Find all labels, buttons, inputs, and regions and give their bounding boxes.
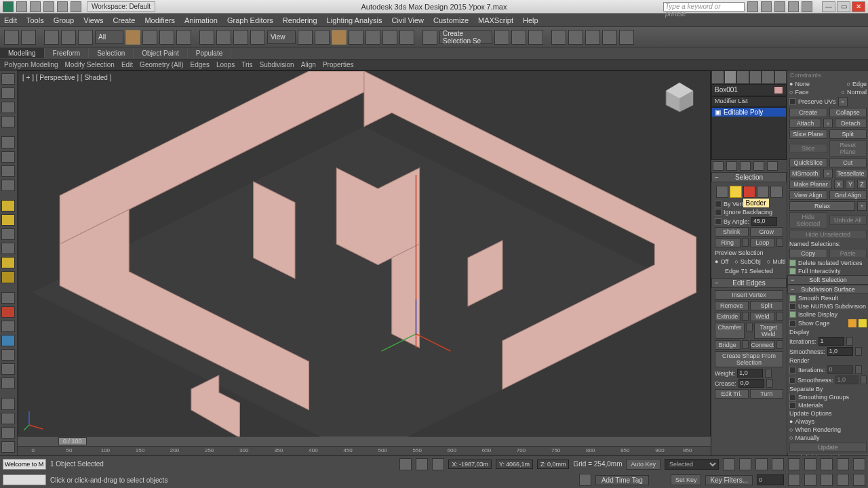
nav-zoom-icon[interactable]: [804, 458, 816, 470]
viewport-perspective[interactable]: [ + ] [ Perspective ] [ Shaded ]: [18, 70, 711, 436]
lt-btn-18[interactable]: [1, 335, 15, 346]
minimize-button[interactable]: —: [822, 1, 835, 12]
manipulate-button[interactable]: [315, 30, 330, 45]
bridge-button[interactable]: Bridge: [715, 340, 741, 350]
menu-create[interactable]: Create: [113, 16, 135, 24]
by-vertex-checkbox[interactable]: [715, 201, 722, 207]
play-prev-icon[interactable]: [739, 458, 751, 470]
lt-btn-24[interactable]: [1, 427, 15, 439]
menu-graph-editors[interactable]: Graph Editors: [227, 16, 273, 24]
menu-group[interactable]: Group: [54, 16, 75, 24]
play-start-icon[interactable]: [723, 458, 735, 470]
select-name-button[interactable]: [142, 30, 157, 45]
lt-btn-25[interactable]: [1, 441, 15, 453]
nav-orbit-icon[interactable]: [837, 474, 849, 486]
render-iter-spinner[interactable]: 0: [827, 365, 853, 374]
lt-btn-21[interactable]: [1, 378, 15, 389]
time-tag-icon[interactable]: [579, 474, 591, 486]
connect-button[interactable]: Connect: [750, 340, 776, 350]
preview-multi-radio[interactable]: Multi: [772, 258, 785, 265]
set-key-button[interactable]: Set Key: [671, 474, 702, 485]
open-icon[interactable]: [30, 1, 41, 12]
msmooth-button[interactable]: MSmooth: [789, 169, 821, 178]
help-search-input[interactable]: Type a keyword or phrase: [663, 2, 745, 12]
help-icon[interactable]: [802, 1, 812, 12]
extrude-button[interactable]: Extrude: [715, 312, 741, 321]
ribbon-sub-align[interactable]: Align: [301, 61, 316, 68]
ring-spinner[interactable]: [742, 238, 749, 247]
make-planar-button[interactable]: Make Planar: [789, 180, 832, 189]
utilities-tab-icon[interactable]: [774, 70, 787, 84]
hide-unselected-button[interactable]: Hide Unselected: [789, 230, 867, 239]
motion-tab-icon[interactable]: [749, 70, 762, 84]
ribbon-sub-edit[interactable]: Edit: [121, 61, 133, 68]
create-shape-button[interactable]: Create Shape From Selection: [715, 351, 783, 367]
transform-z[interactable]: 0,0mm: [547, 461, 566, 468]
isoline-checkbox[interactable]: [789, 311, 796, 318]
rollout-edit-edges-header[interactable]: Edit Edges: [711, 278, 787, 288]
undo-button[interactable]: [4, 30, 19, 45]
loop-button[interactable]: Loop: [750, 238, 776, 247]
weight-spinner[interactable]: 1,0: [737, 369, 763, 378]
isolate-icon[interactable]: [416, 458, 428, 470]
save-icon[interactable]: [43, 1, 54, 12]
constraint-edge-radio[interactable]: Edge: [852, 81, 867, 87]
configure-sets-icon[interactable]: [767, 161, 778, 171]
turn-button[interactable]: Turn: [750, 389, 784, 399]
key-filters-dropdown[interactable]: Selected: [665, 459, 719, 470]
planar-y-button[interactable]: Y: [846, 180, 855, 189]
remove-mod-icon[interactable]: [753, 161, 764, 171]
ribbon-tab-object-paint[interactable]: Object Paint: [134, 48, 187, 58]
menu-rendering[interactable]: Rendering: [283, 16, 317, 24]
constraint-none-radio[interactable]: None: [795, 81, 810, 87]
nav-zoom-all-icon[interactable]: [821, 458, 833, 470]
lt-btn-22[interactable]: [1, 398, 15, 409]
lt-btn-13[interactable]: [1, 257, 15, 268]
sep-materials-checkbox[interactable]: [789, 402, 796, 409]
quickslice-button[interactable]: QuickSlice: [789, 158, 827, 167]
grow-button[interactable]: Grow: [750, 227, 784, 237]
pin-stack-icon[interactable]: [713, 161, 724, 171]
lt-btn-6[interactable]: [1, 151, 15, 163]
key-filters-button[interactable]: Key Filters...: [705, 475, 753, 485]
view-align-button[interactable]: View Align: [789, 190, 827, 200]
play-next-icon[interactable]: [772, 458, 784, 470]
maxscript-mini-listener[interactable]: Welcome to M: [3, 459, 46, 470]
relax-button[interactable]: Relax: [789, 201, 855, 211]
loop-spinner[interactable]: [776, 238, 783, 247]
update-always-radio[interactable]: Always: [795, 418, 814, 425]
lt-btn-17[interactable]: [1, 321, 15, 332]
constraint-face-radio[interactable]: Face: [795, 89, 808, 96]
angle-spinner[interactable]: 45,0: [751, 217, 777, 226]
comm-center-icon[interactable]: [761, 1, 772, 12]
ribbon-tab-populate[interactable]: Populate: [188, 48, 231, 58]
show-result-icon[interactable]: [726, 161, 737, 171]
collapse-button[interactable]: Collapse: [829, 108, 867, 117]
hierarchy-tab-icon[interactable]: [736, 70, 749, 84]
add-time-tag-button[interactable]: Add Time Tag: [595, 475, 649, 485]
preview-off-radio[interactable]: Off: [720, 258, 728, 265]
chamfer-settings-icon[interactable]: [746, 323, 753, 331]
lt-btn-19[interactable]: [1, 349, 15, 361]
ribbon-sub-geom[interactable]: Geometry (All): [140, 61, 183, 68]
lt-btn-9[interactable]: [1, 200, 15, 211]
nav-walk-icon[interactable]: [821, 474, 833, 486]
workspace-dropdown[interactable]: Workspace: Default: [87, 1, 155, 12]
ribbon-tab-modeling[interactable]: Modeling: [0, 48, 45, 58]
update-manual-radio[interactable]: Manually: [795, 434, 819, 441]
move-button[interactable]: [199, 30, 214, 45]
rollout-subdiv-surf-header[interactable]: Subdivision Surface: [787, 285, 868, 294]
chamfer-button[interactable]: Chamfer: [715, 323, 745, 339]
subobj-element-icon[interactable]: [770, 186, 783, 198]
lt-btn-3[interactable]: [1, 102, 15, 113]
ref-coord-button[interactable]: [250, 30, 265, 45]
detach-button[interactable]: Detach: [835, 119, 867, 128]
spinner-snap-button[interactable]: [382, 30, 397, 45]
play-button-icon[interactable]: [755, 458, 768, 470]
nav-fov-icon[interactable]: [837, 458, 849, 470]
menu-help[interactable]: Help: [523, 16, 538, 24]
lt-btn-5[interactable]: [1, 136, 15, 148]
lt-btn-8[interactable]: [1, 180, 15, 191]
select-button[interactable]: [125, 30, 140, 45]
app-icon[interactable]: [3, 1, 14, 12]
